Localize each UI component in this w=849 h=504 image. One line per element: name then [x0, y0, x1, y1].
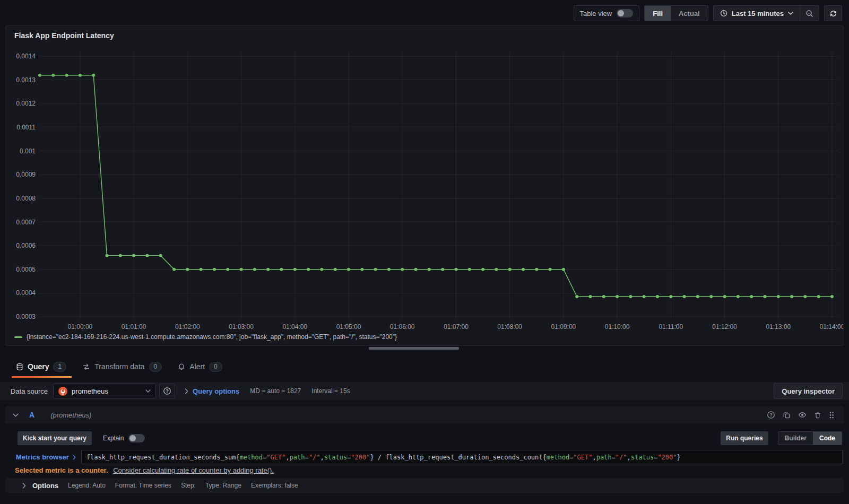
x-tick-label: 01:11:00 — [659, 323, 683, 331]
panel-title: Flask App Endpoint Latency — [14, 31, 114, 40]
promql-token-plain: = — [347, 454, 351, 461]
x-tick-label: 01:03:00 — [229, 323, 254, 331]
y-tick-label: 0.0006 — [16, 242, 36, 249]
data-point — [200, 268, 203, 271]
fill-button[interactable]: Fill — [645, 6, 671, 21]
data-point — [830, 295, 834, 298]
promql-token-plain: = — [654, 454, 657, 461]
data-point — [790, 295, 793, 298]
chevron-right-icon — [73, 455, 76, 460]
data-point — [750, 295, 753, 298]
drag-handle-icon[interactable] — [829, 411, 834, 419]
actual-button[interactable]: Actual — [671, 6, 708, 21]
kick-start-query-button[interactable]: Kick start your query — [18, 431, 92, 445]
metrics-browser-button[interactable]: Metrics browser — [16, 450, 81, 464]
tab-alert[interactable]: Alert 0 — [178, 355, 222, 378]
data-point — [119, 254, 122, 257]
refresh-icon — [829, 10, 837, 18]
legend-series-marker — [14, 336, 22, 338]
database-icon — [16, 363, 23, 371]
promql-token-string: "/" — [616, 454, 627, 461]
duplicate-query-icon[interactable] — [783, 411, 791, 419]
promql-token-label: path — [596, 454, 612, 461]
data-point — [549, 268, 552, 271]
data-point — [253, 268, 256, 271]
delete-query-trash-icon[interactable] — [814, 411, 821, 419]
promql-token-string: "GET" — [266, 454, 285, 461]
y-tick-label: 0.0004 — [16, 289, 36, 297]
query-inspector-button[interactable]: Query inspector — [774, 383, 843, 399]
y-tick-label: 0.0003 — [16, 313, 36, 320]
datasource-row: Data source prometheus ? Query options M… — [0, 382, 849, 400]
promql-token-string: "GET" — [573, 454, 592, 461]
max-data-points-text: MD = auto = 1827 — [250, 387, 301, 395]
y-tick-label: 0.0009 — [16, 171, 36, 178]
promql-expression-input[interactable]: flask_http_request_duration_seconds_sum{… — [81, 450, 843, 464]
data-point — [669, 295, 672, 298]
datasource-select[interactable]: prometheus — [53, 384, 156, 398]
data-point — [38, 74, 41, 77]
data-point — [132, 254, 135, 257]
data-point — [106, 254, 109, 257]
hide-query-eye-icon[interactable] — [798, 411, 807, 419]
query-options-link[interactable]: Query options — [193, 387, 239, 395]
query-a-header[interactable]: A (prometheus) ? — [5, 406, 844, 423]
data-point — [629, 295, 632, 298]
datasource-help-button[interactable]: ? — [159, 384, 175, 398]
table-view-toggle[interactable] — [617, 9, 633, 18]
time-range-button[interactable]: Last 15 minutes — [714, 6, 800, 21]
data-point — [602, 295, 605, 298]
promql-token-label: path — [290, 454, 305, 461]
builder-mode-button[interactable]: Builder — [778, 432, 813, 445]
data-point — [455, 268, 458, 271]
chevron-right-icon[interactable] — [22, 483, 26, 489]
refresh-button[interactable] — [824, 5, 842, 21]
tab-transform-data[interactable]: Transform data 0 — [82, 355, 162, 378]
tab-transform-label: Transform data — [94, 362, 144, 371]
data-point — [468, 268, 471, 271]
horizontal-scrollbar-thumb[interactable] — [369, 347, 459, 350]
explain-toggle[interactable] — [128, 434, 145, 442]
promql-token-plain: = — [305, 454, 309, 461]
promql-token-plain: flask_http_request_duration_seconds_sum{ — [86, 454, 240, 461]
metrics-browser-label: Metrics browser — [16, 453, 69, 461]
legend-series-label: {instance="ec2-184-169-216-224.us-west-1… — [27, 333, 397, 341]
svg-text:?: ? — [166, 388, 168, 394]
y-tick-label: 0.0007 — [16, 219, 36, 226]
chevron-right-icon[interactable] — [185, 388, 188, 394]
options-exemplars: Exemplars: false — [251, 482, 298, 489]
y-tick-label: 0.0011 — [16, 124, 36, 131]
data-point — [522, 268, 525, 271]
x-tick-label: 01:02:00 — [175, 323, 200, 331]
zoom-out-button[interactable] — [800, 6, 819, 21]
data-point — [347, 268, 350, 271]
data-point — [414, 268, 418, 271]
data-point — [817, 295, 820, 298]
transform-icon — [82, 363, 90, 371]
latency-chart[interactable]: 0.00140.00130.00120.00110.0010.00090.000… — [6, 26, 843, 345]
query-ref-id: A — [29, 411, 34, 419]
data-point — [213, 268, 216, 271]
chart-legend[interactable]: {instance="ec2-184-169-216-224.us-west-1… — [14, 333, 397, 341]
tab-alert-label: Alert — [189, 362, 205, 371]
data-point — [764, 295, 767, 298]
tab-query[interactable]: Query 1 — [16, 355, 66, 378]
question-circle-icon: ? — [163, 387, 171, 395]
run-queries-button[interactable]: Run queries — [721, 431, 768, 445]
data-point — [709, 295, 713, 298]
data-point — [589, 295, 592, 298]
data-point — [172, 268, 176, 271]
data-point — [575, 295, 578, 298]
counter-warning-text: Selected metric is a counter. — [15, 466, 108, 474]
datasource-selected-value: prometheus — [72, 387, 141, 395]
y-tick-label: 0.0013 — [16, 76, 36, 84]
chevron-down-icon — [788, 12, 793, 15]
query-options-summary-row[interactable]: Options Legend: Auto Format: Time series… — [5, 478, 844, 493]
collapse-chevron-icon[interactable] — [13, 413, 19, 417]
add-rate-hint-link[interactable]: Consider calculating rate of counter by … — [113, 466, 274, 474]
help-icon[interactable]: ? — [767, 411, 775, 419]
x-tick-label: 01:06:00 — [390, 323, 415, 331]
promql-token-plain: = — [569, 454, 573, 461]
builder-code-switch: Builder Code — [778, 431, 842, 445]
code-mode-button[interactable]: Code — [813, 432, 842, 445]
